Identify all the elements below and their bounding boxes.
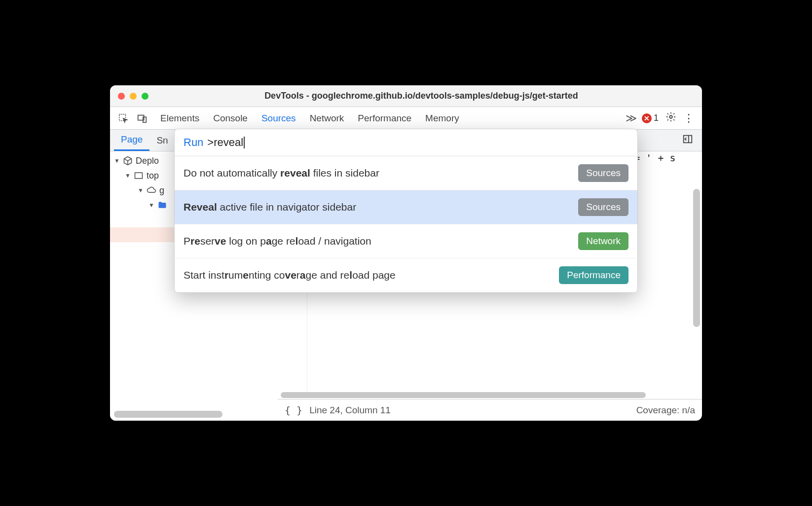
device-toolbar-icon[interactable]	[133, 113, 151, 124]
coverage-status: Coverage: n/a	[636, 405, 695, 416]
tree-item-icon	[147, 185, 156, 196]
command-item-label: Do not automatically reveal files in sid…	[184, 167, 379, 179]
command-menu-item[interactable]: Reveal active file in navigator sidebarS…	[175, 190, 637, 224]
more-tabs-icon[interactable]: ≫	[626, 112, 635, 125]
panel-tabs: Elements Console Sources Network Perform…	[160, 113, 459, 124]
tab-elements[interactable]: Elements	[160, 113, 199, 124]
svg-rect-6	[135, 173, 142, 179]
toggle-sidebar-icon[interactable]	[682, 134, 698, 147]
titlebar: DevTools - googlechrome.github.io/devtoo…	[110, 85, 702, 107]
command-menu-item[interactable]: Start instrumenting coverage and reload …	[175, 258, 637, 292]
statusbar: { } Line 24, Column 11 Coverage: n/a	[278, 399, 702, 421]
cursor-position: Line 24, Column 11	[309, 405, 391, 416]
tree-item-label: top	[147, 171, 159, 181]
command-item-label: Start instrumenting coverage and reload …	[184, 269, 396, 281]
command-item-tag: Network	[578, 232, 628, 250]
command-menu-item[interactable]: Do not automatically reveal files in sid…	[175, 156, 637, 190]
tab-memory[interactable]: Memory	[425, 113, 459, 124]
tree-item-icon	[134, 170, 144, 181]
inspect-icon[interactable]	[114, 113, 133, 124]
command-item-tag: Sources	[578, 198, 628, 216]
tree-item-icon	[123, 155, 133, 166]
tree-arrow-icon[interactable]: ▼	[114, 157, 120, 164]
tab-performance[interactable]: Performance	[358, 113, 411, 124]
command-item-label: Preserve log on page reload / navigation	[184, 235, 371, 247]
tab-network[interactable]: Network	[310, 113, 344, 124]
settings-icon[interactable]	[665, 111, 676, 125]
command-input[interactable]: Run >reveal	[175, 129, 637, 156]
minimize-button[interactable]	[130, 93, 137, 100]
command-menu: Run >reveal Do not automatically reveal …	[174, 129, 638, 293]
window-v-scrollbar[interactable]	[693, 189, 700, 327]
devtools-window: DevTools - googlechrome.github.io/devtoo…	[110, 85, 702, 421]
subtab-snippets[interactable]: Sn	[149, 130, 175, 151]
tree-arrow-icon[interactable]: ▼	[125, 172, 131, 179]
tree-item-label: g	[159, 185, 164, 196]
tree-item-icon	[157, 200, 167, 211]
sidebar-scrollbar[interactable]	[114, 411, 222, 418]
tab-console[interactable]: Console	[213, 113, 248, 124]
main-toolbar: Elements Console Sources Network Perform…	[110, 107, 702, 130]
command-menu-item[interactable]: Preserve log on page reload / navigation…	[175, 224, 637, 258]
traffic-lights	[118, 93, 148, 100]
tab-sources[interactable]: Sources	[261, 113, 296, 124]
error-icon: ✕	[642, 113, 652, 123]
subtab-page[interactable]: Page	[114, 130, 149, 151]
command-item-tag: Performance	[559, 266, 628, 284]
svg-point-3	[669, 115, 672, 118]
pretty-print-icon[interactable]: { }	[285, 404, 302, 416]
tree-item-label: Deplo	[136, 156, 159, 166]
command-item-label: Reveal active file in navigator sidebar	[184, 201, 356, 213]
command-item-tag: Sources	[578, 164, 628, 182]
tree-arrow-icon[interactable]: ▼	[138, 187, 144, 194]
maximize-button[interactable]	[142, 93, 148, 100]
close-button[interactable]	[118, 93, 125, 100]
tree-arrow-icon[interactable]: ▼	[148, 202, 154, 209]
more-icon[interactable]: ⋮	[683, 112, 694, 125]
editor-h-scrollbar[interactable]	[278, 391, 702, 399]
error-badge[interactable]: ✕ 1	[642, 113, 659, 123]
window-title: DevTools - googlechrome.github.io/devtoo…	[148, 91, 694, 101]
